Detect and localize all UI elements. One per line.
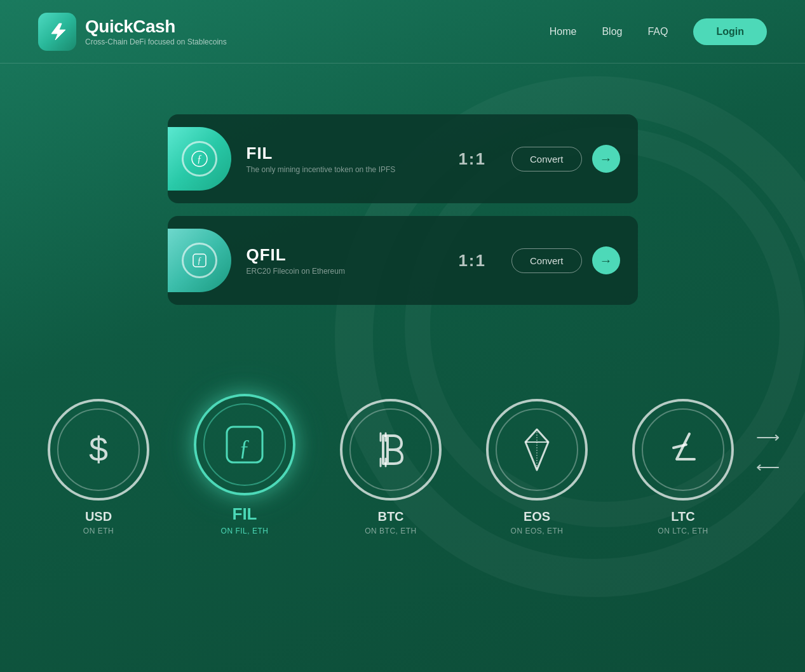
nav-blog[interactable]: Blog (602, 26, 622, 37)
left-arrow[interactable]: ⟵ (756, 457, 780, 477)
brand-name: QuickCash (85, 17, 227, 37)
logo-area: QuickCash Cross-Chain DeFi focused on St… (38, 13, 227, 51)
right-arrow[interactable]: ⟶ (756, 427, 780, 447)
nav-arrows: ⟶ ⟵ (756, 427, 780, 477)
qfil-desc: ERC20 Filecoin on Ethereum (247, 267, 459, 276)
fil-coin-network: ON FIL, ETH (221, 527, 269, 535)
fil-desc: The only mining incentive token on the I… (247, 165, 459, 174)
eos-symbol: EOS (524, 509, 550, 524)
nav: Home Blog FAQ Login (550, 18, 767, 45)
usd-symbol: USD (85, 509, 112, 524)
btc-network: ON BTC, ETH (365, 527, 417, 535)
fil-name: FIL (247, 144, 459, 163)
ltc-inner (642, 408, 724, 491)
coins-section: $ USD ON ETH ƒ FIL ON FIL, ETH (0, 394, 805, 535)
qfil-arrow-button[interactable]: → (592, 246, 620, 274)
usd-circle: $ (48, 399, 149, 501)
ltc-symbol: LTC (671, 509, 694, 524)
main-content: ƒ FIL The only mining incentive token on… (0, 64, 805, 574)
fil-icon-bg: ƒ (168, 127, 231, 191)
btc-circle (340, 399, 442, 501)
nav-faq[interactable]: FAQ (647, 26, 668, 37)
header: QuickCash Cross-Chain DeFi focused on St… (0, 0, 805, 64)
tagline: Cross-Chain DeFi focused on Stablecoins (85, 37, 227, 46)
svg-text:ƒ: ƒ (197, 256, 201, 265)
usd-inner: $ (57, 408, 140, 491)
logo-icon (38, 13, 76, 51)
ltc-network: ON LTC, ETH (658, 527, 708, 535)
eos-circle (486, 399, 588, 501)
eos-network: ON EOS, ETH (511, 527, 564, 535)
qfil-arrow-icon: → (600, 253, 612, 268)
fil-inner: ƒ (203, 403, 286, 486)
usd-icon: $ (67, 418, 130, 481)
svg-text:$: $ (89, 430, 108, 468)
btc-symbol: BTC (377, 509, 403, 524)
qfil-info: QFIL ERC20 Filecoin on Ethereum (247, 245, 459, 276)
nav-home[interactable]: Home (550, 26, 577, 37)
fil-symbol-circle: ƒ (182, 141, 217, 177)
qfil-symbol-circle: ƒ (182, 243, 217, 278)
ltc-circle (632, 399, 734, 501)
login-button[interactable]: Login (693, 18, 767, 45)
coin-usd[interactable]: $ USD ON ETH (25, 399, 172, 535)
fil-coin-symbol: FIL (233, 504, 257, 524)
btc-icon (359, 418, 423, 481)
fil-convert-button[interactable]: Convert (511, 147, 582, 171)
qfil-convert-button[interactable]: Convert (511, 248, 582, 273)
fil-ratio: 1:1 (458, 149, 486, 169)
btc-inner (349, 408, 432, 491)
fil-coin-icon: ƒ (213, 413, 276, 476)
svg-text:ƒ: ƒ (239, 435, 250, 460)
qfil-name: QFIL (247, 245, 459, 265)
fil-circle: ƒ (194, 394, 295, 495)
token-cards-container: ƒ FIL The only mining incentive token on… (168, 114, 638, 305)
svg-text:ƒ: ƒ (197, 153, 202, 164)
eos-inner (496, 408, 578, 491)
logo-text: QuickCash Cross-Chain DeFi focused on St… (85, 17, 227, 46)
qfil-icon-area: ƒ (168, 229, 231, 292)
coin-eos[interactable]: EOS ON EOS, ETH (464, 399, 610, 535)
qfil-ratio: 1:1 (458, 251, 486, 271)
coin-fil[interactable]: ƒ FIL ON FIL, ETH (172, 394, 318, 535)
fil-icon-area: ƒ (168, 127, 231, 191)
coin-ltc[interactable]: LTC ON LTC, ETH (610, 399, 756, 535)
qfil-icon-bg: ƒ (168, 229, 231, 292)
qfil-card: ƒ QFIL ERC20 Filecoin on Ethereum 1:1 Co… (168, 216, 638, 305)
fil-info: FIL The only mining incentive token on t… (247, 144, 459, 174)
fil-arrow-button[interactable]: → (592, 145, 620, 173)
usd-network: ON ETH (83, 527, 114, 535)
fil-arrow-icon: → (600, 152, 612, 166)
coin-btc[interactable]: BTC ON BTC, ETH (318, 399, 464, 535)
eos-icon (505, 418, 569, 481)
fil-card: ƒ FIL The only mining incentive token on… (168, 114, 638, 203)
ltc-icon (651, 418, 715, 481)
